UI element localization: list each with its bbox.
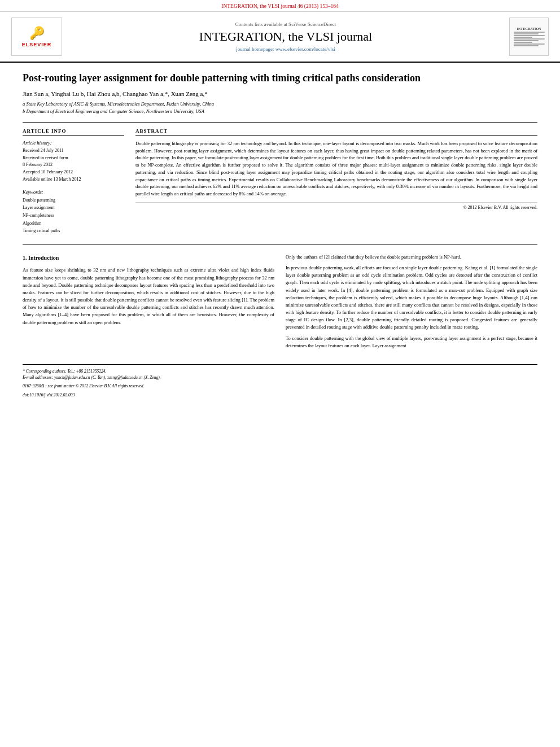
journal-citation: INTEGRATION, the VLSI journal 46 (2013) … (221, 3, 338, 9)
elsevier-logo: 🔑 ELSEVIER (11, 18, 62, 56)
col2-paragraph-1: Only the authors of [2] claimed that the… (286, 254, 537, 261)
elsevier-brand-text: ELSEVIER (22, 42, 52, 47)
left-column: 1. Introduction As feature size keeps sh… (23, 254, 274, 353)
journal-title-area: Contents lists available at SciVerse Sci… (68, 21, 504, 52)
keyword-3: NP-completeness (23, 212, 124, 220)
abstract-title: ABSTRACT (135, 128, 537, 136)
top-bar: INTEGRATION, the VLSI journal 46 (2013) … (0, 0, 560, 12)
author-list: Jian Sun a, Yinghai Lu b, Hai Zhou a,b, … (23, 90, 208, 97)
article-info-panel: ARTICLE INFO Article history: Received 2… (23, 128, 124, 235)
journal-name: INTEGRATION, the VLSI journal (68, 29, 504, 44)
article-history-title: Article history: (23, 140, 124, 146)
body-divider (23, 244, 537, 244)
revised-date: 8 February 2012 (23, 161, 124, 169)
thumb-journal-title: INTEGRATION (517, 27, 541, 30)
journal-thumbnail: INTEGRATION (509, 18, 549, 56)
journal-homepage-url[interactable]: www.elsevier.com/locate/vlsi (275, 46, 335, 52)
keyword-2: Layer assignment (23, 204, 124, 212)
article-columns: 1. Introduction As feature size keeps sh… (23, 254, 537, 353)
journal-header: 🔑 ELSEVIER Contents lists available at S… (0, 12, 560, 63)
affiliations: a State Key Laboratory of ASIC & Systems… (23, 101, 537, 115)
footnote-line-1: * Corresponding authors. Tel.: +86 21513… (23, 368, 537, 374)
intro-heading: 1. Introduction (23, 254, 274, 263)
keyword-1: Double patterning (23, 196, 124, 204)
keywords-list: Double patterning Layer assignment NP-co… (23, 196, 124, 235)
section-number: 1. (23, 255, 27, 261)
abstract-text: Double patterning lithography is promisi… (135, 140, 537, 198)
col2-paragraph-3: To consider double patterning with the g… (286, 335, 537, 350)
article-body: ARTICLE INFO Article history: Received 2… (23, 128, 537, 235)
doi-line-1: 0167-9260/$ - see front matter © 2012 El… (23, 383, 537, 389)
journal-homepage-line: journal homepage: www.elsevier.com/locat… (68, 46, 504, 52)
affiliation-1: a State Key Laboratory of ASIC & Systems… (23, 101, 537, 108)
authors-line: Jian Sun a, Yinghai Lu b, Hai Zhou a,b, … (23, 90, 537, 97)
doi-line-2: doi:10.1016/j.vlsi.2012.02.003 (23, 392, 537, 398)
keyword-5: Timing critical paths (23, 227, 124, 235)
article-dates: Received 24 July 2011 Received in revise… (23, 147, 124, 184)
elsevier-key-icon: 🔑 (29, 26, 45, 41)
intro-paragraph-1: As feature size keeps shrinking to 32 nm… (23, 267, 274, 326)
received-revised-label: Received in revised form (23, 155, 124, 162)
main-content: Post-routing layer assignment for double… (0, 63, 560, 409)
keywords-label: Keywords: (23, 189, 124, 195)
available-online-date: Available online 13 March 2012 (23, 176, 124, 184)
received-date: Received 24 July 2011 (23, 147, 124, 155)
right-column: Only the authors of [2] claimed that the… (286, 254, 537, 353)
paper-title: Post-routing layer assignment for double… (23, 72, 537, 85)
section-title-text: Introduction (28, 255, 59, 261)
footnote-line-2: E-mail addresses: yanch@fudan.edu.cn (C.… (23, 374, 537, 381)
col2-paragraph-2: In previous double patterning work, all … (286, 264, 537, 331)
thumb-decoration (514, 32, 545, 47)
accepted-date: Accepted 10 February 2012 (23, 169, 124, 176)
article-info-title: ARTICLE INFO (23, 128, 124, 136)
copyright-line: © 2012 Elsevier B.V. All rights reserved… (135, 202, 537, 210)
contents-available-line: Contents lists available at SciVerse Sci… (68, 21, 504, 27)
keyword-4: Algorithm (23, 220, 124, 228)
affiliation-2: b Department of Electrical Engineering a… (23, 108, 537, 115)
header-divider (23, 122, 537, 123)
footnote-area: * Corresponding authors. Tel.: +86 21513… (23, 364, 537, 398)
abstract-panel: ABSTRACT Double patterning lithography i… (135, 128, 537, 235)
